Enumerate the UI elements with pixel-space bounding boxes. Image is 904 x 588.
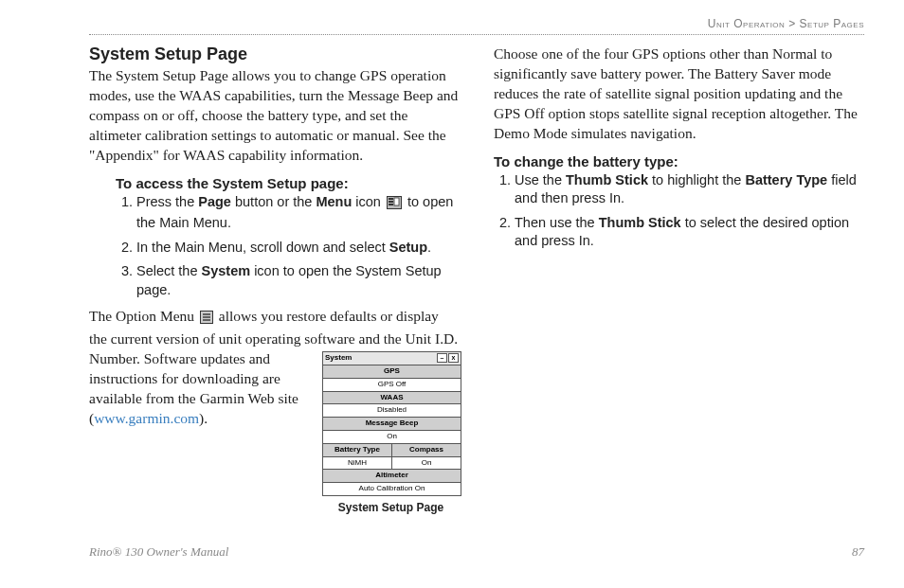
menu-icon xyxy=(387,196,402,215)
page-number: 87 xyxy=(852,544,864,560)
manual-page: Unit Operation > Setup Pages System Setu… xyxy=(0,0,904,588)
option-menu-icon xyxy=(200,310,213,330)
step-1: Press the Page button or the Menu icon t… xyxy=(136,193,460,233)
close-icon: x xyxy=(448,353,459,363)
access-subhead: To access the System Setup page: xyxy=(116,175,460,191)
garmin-link[interactable]: www.garmin.com xyxy=(94,410,199,426)
svg-rect-4 xyxy=(394,198,399,205)
svg-rect-2 xyxy=(389,201,393,203)
battery-step-1: Use the Thumb Stick to highlight the Bat… xyxy=(515,171,864,208)
header-rule xyxy=(89,34,864,35)
footer-product: Rino® 130 Owner's Manual xyxy=(89,544,228,560)
svg-rect-1 xyxy=(389,198,393,200)
breadcrumb-sep: > xyxy=(788,17,796,30)
breadcrumb-section: Unit Operation xyxy=(708,17,786,30)
section-title: System Setup Page xyxy=(89,45,460,64)
battery-step-2: Then use the Thumb Stick to select the d… xyxy=(515,214,864,251)
left-column: System Setup Page The System Setup Page … xyxy=(89,45,460,515)
content-columns: System Setup Page The System Setup Page … xyxy=(89,45,864,515)
breadcrumb: Unit Operation > Setup Pages xyxy=(89,17,864,30)
step-3: Select the System icon to open the Syste… xyxy=(136,262,460,299)
device-caption: System Setup Page xyxy=(322,500,460,515)
battery-subhead: To change the battery type: xyxy=(494,153,864,169)
page-footer: Rino® 130 Owner's Manual 87 xyxy=(89,544,864,560)
intro-paragraph: The System Setup Page allows you to chan… xyxy=(89,66,460,166)
device-window-buttons: –x xyxy=(436,353,459,364)
battery-steps: Use the Thumb Stick to highlight the Bat… xyxy=(494,171,864,251)
device-screenshot: System –x GPS GPS Off WAAS Disabled Mess… xyxy=(322,351,461,496)
min-icon: – xyxy=(437,353,447,363)
device-figure: System –x GPS GPS Off WAAS Disabled Mess… xyxy=(322,351,460,515)
right-column: Choose one of the four GPS options other… xyxy=(494,45,864,515)
option-menu-paragraph: The Option Menu allows you restore defau… xyxy=(89,307,460,515)
svg-rect-3 xyxy=(389,204,393,205)
right-intro: Choose one of the four GPS options other… xyxy=(494,45,864,144)
step-2: In the Main Menu, scroll down and select… xyxy=(136,239,460,258)
device-title: System xyxy=(325,353,352,364)
access-steps: Press the Page button or the Menu icon t… xyxy=(116,193,460,300)
breadcrumb-page: Setup Pages xyxy=(800,17,864,30)
